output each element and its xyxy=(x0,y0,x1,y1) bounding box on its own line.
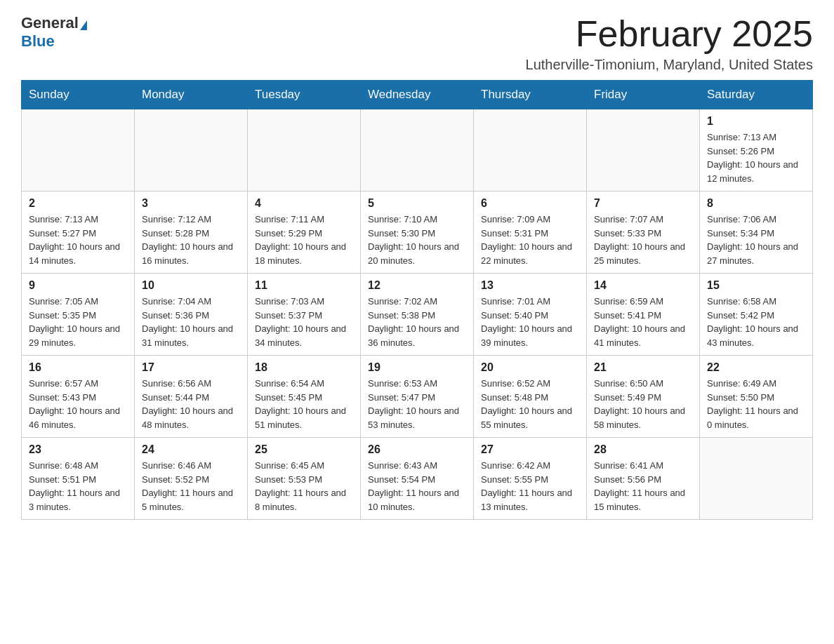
day-number: 12 xyxy=(368,279,466,292)
day-number: 28 xyxy=(594,443,692,456)
calendar-day-cell: 12Sunrise: 7:02 AMSunset: 5:38 PMDayligh… xyxy=(361,274,474,356)
calendar-day-cell: 19Sunrise: 6:53 AMSunset: 5:47 PMDayligh… xyxy=(361,356,474,438)
calendar-day-cell xyxy=(361,109,474,192)
location-text: Lutherville-Timonium, Maryland, United S… xyxy=(526,57,813,73)
day-info: Sunrise: 6:53 AMSunset: 5:47 PMDaylight:… xyxy=(368,377,466,431)
day-number: 9 xyxy=(29,279,127,292)
day-info: Sunrise: 6:52 AMSunset: 5:48 PMDaylight:… xyxy=(481,377,579,431)
day-info: Sunrise: 7:01 AMSunset: 5:40 PMDaylight:… xyxy=(481,295,579,349)
day-info: Sunrise: 7:11 AMSunset: 5:29 PMDaylight:… xyxy=(255,213,353,267)
day-info: Sunrise: 7:06 AMSunset: 5:34 PMDaylight:… xyxy=(707,213,805,267)
calendar-day-cell: 6Sunrise: 7:09 AMSunset: 5:31 PMDaylight… xyxy=(474,192,587,274)
day-number: 15 xyxy=(707,279,805,292)
calendar-day-cell: 15Sunrise: 6:58 AMSunset: 5:42 PMDayligh… xyxy=(700,274,813,356)
day-of-week-header: Sunday xyxy=(22,81,135,109)
day-of-week-header: Friday xyxy=(587,81,700,109)
calendar-day-cell: 23Sunrise: 6:48 AMSunset: 5:51 PMDayligh… xyxy=(22,438,135,520)
calendar-day-cell: 22Sunrise: 6:49 AMSunset: 5:50 PMDayligh… xyxy=(700,356,813,438)
logo-top: General xyxy=(21,14,87,32)
day-info: Sunrise: 6:57 AMSunset: 5:43 PMDaylight:… xyxy=(29,377,127,431)
calendar-day-cell: 11Sunrise: 7:03 AMSunset: 5:37 PMDayligh… xyxy=(248,274,361,356)
calendar-day-cell: 24Sunrise: 6:46 AMSunset: 5:52 PMDayligh… xyxy=(135,438,248,520)
calendar-week-row: 2Sunrise: 7:13 AMSunset: 5:27 PMDaylight… xyxy=(22,192,813,274)
calendar-day-cell: 5Sunrise: 7:10 AMSunset: 5:30 PMDaylight… xyxy=(361,192,474,274)
day-info: Sunrise: 6:59 AMSunset: 5:41 PMDaylight:… xyxy=(594,295,692,349)
day-number: 17 xyxy=(142,361,240,374)
day-info: Sunrise: 7:10 AMSunset: 5:30 PMDaylight:… xyxy=(368,213,466,267)
calendar-day-cell: 28Sunrise: 6:41 AMSunset: 5:56 PMDayligh… xyxy=(587,438,700,520)
calendar-day-cell xyxy=(474,109,587,192)
calendar-day-cell xyxy=(22,109,135,192)
calendar-day-cell xyxy=(700,438,813,520)
day-number: 26 xyxy=(368,443,466,456)
logo-blue-text: Blue xyxy=(21,32,55,50)
day-info: Sunrise: 7:05 AMSunset: 5:35 PMDaylight:… xyxy=(29,295,127,349)
day-info: Sunrise: 6:45 AMSunset: 5:53 PMDaylight:… xyxy=(255,459,353,514)
day-info: Sunrise: 6:50 AMSunset: 5:49 PMDaylight:… xyxy=(594,377,692,431)
day-info: Sunrise: 6:49 AMSunset: 5:50 PMDaylight:… xyxy=(707,377,805,431)
calendar-day-cell: 1Sunrise: 7:13 AMSunset: 5:26 PMDaylight… xyxy=(700,109,813,192)
day-number: 11 xyxy=(255,279,353,292)
day-info: Sunrise: 6:46 AMSunset: 5:52 PMDaylight:… xyxy=(142,459,240,514)
day-of-week-header: Monday xyxy=(135,81,248,109)
day-info: Sunrise: 7:13 AMSunset: 5:27 PMDaylight:… xyxy=(29,213,127,267)
day-number: 4 xyxy=(255,197,353,210)
day-number: 7 xyxy=(594,197,692,210)
day-number: 18 xyxy=(255,361,353,374)
calendar-week-row: 1Sunrise: 7:13 AMSunset: 5:26 PMDaylight… xyxy=(22,109,813,192)
day-info: Sunrise: 7:07 AMSunset: 5:33 PMDaylight:… xyxy=(594,213,692,267)
calendar-day-cell xyxy=(587,109,700,192)
calendar-day-cell: 4Sunrise: 7:11 AMSunset: 5:29 PMDaylight… xyxy=(248,192,361,274)
day-number: 21 xyxy=(594,361,692,374)
day-number: 14 xyxy=(594,279,692,292)
day-number: 5 xyxy=(368,197,466,210)
day-number: 10 xyxy=(142,279,240,292)
day-number: 27 xyxy=(481,443,579,456)
month-title: February 2025 xyxy=(526,14,813,54)
day-number: 1 xyxy=(707,115,805,128)
day-info: Sunrise: 6:48 AMSunset: 5:51 PMDaylight:… xyxy=(29,459,127,514)
calendar-day-cell: 13Sunrise: 7:01 AMSunset: 5:40 PMDayligh… xyxy=(474,274,587,356)
logo-general-text: General xyxy=(21,14,79,32)
day-info: Sunrise: 7:04 AMSunset: 5:36 PMDaylight:… xyxy=(142,295,240,349)
calendar-table: SundayMondayTuesdayWednesdayThursdayFrid… xyxy=(21,80,813,520)
calendar-day-cell: 2Sunrise: 7:13 AMSunset: 5:27 PMDaylight… xyxy=(22,192,135,274)
day-number: 22 xyxy=(707,361,805,374)
calendar-day-cell: 26Sunrise: 6:43 AMSunset: 5:54 PMDayligh… xyxy=(361,438,474,520)
calendar-week-row: 23Sunrise: 6:48 AMSunset: 5:51 PMDayligh… xyxy=(22,438,813,520)
day-info: Sunrise: 6:54 AMSunset: 5:45 PMDaylight:… xyxy=(255,377,353,431)
day-info: Sunrise: 6:41 AMSunset: 5:56 PMDaylight:… xyxy=(594,459,692,514)
day-number: 2 xyxy=(29,197,127,210)
day-number: 13 xyxy=(481,279,579,292)
day-number: 6 xyxy=(481,197,579,210)
day-number: 24 xyxy=(142,443,240,456)
calendar-week-row: 9Sunrise: 7:05 AMSunset: 5:35 PMDaylight… xyxy=(22,274,813,356)
day-of-week-header: Wednesday xyxy=(361,81,474,109)
title-section: February 2025 Lutherville-Timonium, Mary… xyxy=(526,14,813,73)
calendar-day-cell: 21Sunrise: 6:50 AMSunset: 5:49 PMDayligh… xyxy=(587,356,700,438)
calendar-day-cell: 7Sunrise: 7:07 AMSunset: 5:33 PMDaylight… xyxy=(587,192,700,274)
day-number: 8 xyxy=(707,197,805,210)
calendar-day-cell xyxy=(135,109,248,192)
calendar-day-cell: 18Sunrise: 6:54 AMSunset: 5:45 PMDayligh… xyxy=(248,356,361,438)
page-header: General Blue February 2025 Lutherville-T… xyxy=(21,14,813,73)
day-info: Sunrise: 7:12 AMSunset: 5:28 PMDaylight:… xyxy=(142,213,240,267)
calendar-day-cell: 16Sunrise: 6:57 AMSunset: 5:43 PMDayligh… xyxy=(22,356,135,438)
calendar-day-cell: 10Sunrise: 7:04 AMSunset: 5:36 PMDayligh… xyxy=(135,274,248,356)
calendar-day-cell: 17Sunrise: 6:56 AMSunset: 5:44 PMDayligh… xyxy=(135,356,248,438)
day-number: 16 xyxy=(29,361,127,374)
logo-triangle-icon xyxy=(80,20,87,30)
calendar-day-cell: 14Sunrise: 6:59 AMSunset: 5:41 PMDayligh… xyxy=(587,274,700,356)
day-number: 19 xyxy=(368,361,466,374)
day-info: Sunrise: 6:42 AMSunset: 5:55 PMDaylight:… xyxy=(481,459,579,514)
calendar-day-cell: 9Sunrise: 7:05 AMSunset: 5:35 PMDaylight… xyxy=(22,274,135,356)
day-info: Sunrise: 6:43 AMSunset: 5:54 PMDaylight:… xyxy=(368,459,466,514)
calendar-day-cell: 20Sunrise: 6:52 AMSunset: 5:48 PMDayligh… xyxy=(474,356,587,438)
calendar-day-cell: 27Sunrise: 6:42 AMSunset: 5:55 PMDayligh… xyxy=(474,438,587,520)
day-number: 23 xyxy=(29,443,127,456)
day-info: Sunrise: 6:58 AMSunset: 5:42 PMDaylight:… xyxy=(707,295,805,349)
day-info: Sunrise: 6:56 AMSunset: 5:44 PMDaylight:… xyxy=(142,377,240,431)
day-number: 20 xyxy=(481,361,579,374)
day-info: Sunrise: 7:13 AMSunset: 5:26 PMDaylight:… xyxy=(707,130,805,185)
day-info: Sunrise: 7:03 AMSunset: 5:37 PMDaylight:… xyxy=(255,295,353,349)
